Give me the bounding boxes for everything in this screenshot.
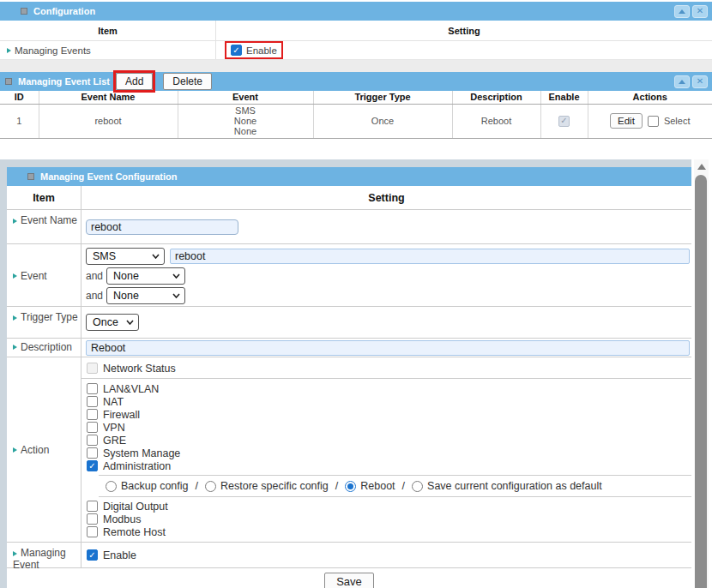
event-list-table: ID Event Name Event Trigger Type Descrip… — [0, 91, 712, 139]
item-arrow-icon — [13, 551, 17, 556]
lan-vlan-label: LAN&VLAN — [103, 383, 159, 395]
item-arrow-icon — [13, 345, 17, 350]
item-arrow-icon — [13, 219, 17, 224]
administration-options-row: Backup config / Restore specific config … — [99, 475, 691, 497]
managing-event-enable-checkbox[interactable] — [87, 549, 98, 561]
row-trigger-type: Trigger Type Once — [7, 307, 691, 339]
setting-column-header: Setting — [81, 186, 691, 209]
restore-specific-config-radio[interactable] — [205, 481, 216, 492]
chevron-down-icon — [172, 273, 180, 279]
digital-output-checkbox[interactable] — [87, 501, 98, 512]
managing-event-configuration-title: Managing Event Configuration — [40, 171, 178, 182]
event-type-select-2[interactable]: None — [106, 267, 185, 285]
managing-events-enable-checkbox[interactable] — [231, 45, 242, 56]
configuration-panel-title: Configuration — [33, 6, 95, 16]
select-checkbox[interactable] — [648, 116, 659, 127]
description-input[interactable] — [86, 340, 690, 356]
gre-label: GRE — [103, 435, 126, 447]
modbus-checkbox[interactable] — [87, 513, 98, 525]
col-enable: Enable — [540, 91, 588, 104]
panel-square-icon — [5, 78, 12, 85]
scrollbar-thumb[interactable] — [695, 175, 707, 588]
table-row: 1 reboot SMS None None Once Reboot Edit — [0, 104, 712, 138]
event-configuration-table: Item Setting Event Name Event SMS — [7, 186, 691, 568]
row-enable-checkbox — [558, 116, 570, 127]
managing-event-configuration-frame: Managing Event Configuration Item Settin… — [0, 159, 691, 588]
delete-button[interactable]: Delete — [163, 73, 212, 90]
col-event-name: Event Name — [39, 91, 178, 104]
event-name-label: Event Name — [21, 214, 77, 226]
event-sms-input[interactable] — [170, 249, 690, 264]
configuration-panel-header: Configuration ✕ — [0, 2, 712, 21]
add-button[interactable]: Add — [116, 73, 153, 90]
event-type-select-3[interactable]: None — [106, 287, 185, 304]
col-id: ID — [0, 91, 39, 104]
firewall-checkbox[interactable] — [87, 409, 98, 420]
vertical-scrollbar[interactable] — [694, 159, 709, 588]
close-panel-button[interactable]: ✕ — [692, 5, 708, 18]
col-trigger-type: Trigger Type — [313, 91, 452, 104]
gre-checkbox[interactable] — [87, 435, 98, 446]
modbus-label: Modbus — [103, 513, 141, 525]
event-type-select[interactable]: SMS — [86, 248, 165, 265]
digital-output-label: Digital Output — [103, 501, 168, 513]
collapse-icon — [679, 80, 685, 84]
managing-events-label: Managing Events — [15, 45, 91, 56]
close-icon: ✕ — [697, 77, 703, 86]
highlight-box-add: Add — [113, 70, 155, 93]
configuration-table-header: Item Setting — [0, 21, 712, 41]
managing-event-list-title: Managing Event List — [18, 76, 110, 87]
reboot-radio[interactable] — [345, 481, 356, 492]
vpn-checkbox[interactable] — [87, 422, 98, 433]
managing-event-list-header: Managing Event List Add Delete ✕ — [0, 72, 712, 91]
chevron-down-icon — [152, 254, 160, 259]
managing-events-enable-label: Enable — [246, 45, 277, 56]
row-description: Reboot — [452, 104, 540, 138]
separator: / — [401, 480, 407, 492]
nat-checkbox[interactable] — [87, 396, 98, 407]
managing-events-row: Managing Events Enable — [0, 41, 712, 60]
managing-event-configuration-header: Managing Event Configuration — [7, 167, 691, 186]
administration-checkbox[interactable] — [87, 460, 98, 471]
backup-config-label: Backup config — [121, 480, 189, 492]
restore-specific-config-label: Restore specific config — [220, 480, 329, 492]
edit-button[interactable]: Edit — [610, 113, 643, 129]
config-table-header: Item Setting — [7, 186, 691, 210]
collapse-panel-button[interactable] — [674, 5, 690, 18]
system-manage-label: System Manage — [103, 447, 180, 459]
collapse-icon — [679, 9, 685, 14]
event-name-input[interactable] — [86, 219, 238, 235]
managing-event-list-panel: Managing Event List Add Delete ✕ ID Even… — [0, 72, 712, 139]
item-arrow-icon — [13, 273, 17, 279]
remote-host-label: Remote Host — [103, 526, 166, 538]
row-managing-event: Managing Event Enable — [7, 543, 691, 568]
save-button[interactable]: Save — [324, 573, 374, 588]
backup-config-radio[interactable] — [106, 481, 117, 492]
system-manage-checkbox[interactable] — [87, 447, 98, 459]
trigger-type-label: Trigger Type — [21, 311, 78, 323]
separator: / — [194, 480, 200, 492]
select-label: Select — [664, 116, 691, 126]
close-panel-button[interactable]: ✕ — [692, 75, 708, 88]
row-event-name: reboot — [39, 104, 178, 138]
and-label: and — [86, 290, 101, 302]
panel-gap — [0, 60, 712, 72]
and-label: and — [86, 270, 101, 282]
administration-label: Administration — [103, 460, 171, 472]
chevron-down-icon — [172, 293, 180, 298]
collapse-panel-button[interactable] — [674, 75, 690, 88]
network-status-label: Network Status — [103, 363, 176, 375]
chevron-down-icon — [126, 320, 134, 325]
save-current-config-radio[interactable] — [412, 481, 423, 492]
trigger-type-select[interactable]: Once — [86, 314, 139, 331]
row-event-name: Event Name — [7, 210, 691, 244]
configuration-panel: Configuration ✕ Item Setting Managing Ev… — [0, 2, 712, 60]
item-arrow-icon — [13, 447, 17, 453]
col-event: Event — [178, 91, 313, 104]
nat-label: NAT — [103, 396, 124, 408]
lan-vlan-checkbox[interactable] — [87, 383, 98, 394]
remote-host-checkbox[interactable] — [87, 526, 98, 537]
item-arrow-icon — [7, 48, 11, 53]
row-action: Action Network Status LAN&VLAN NAT Firew… — [7, 357, 691, 543]
scrollbar-up-button[interactable] — [694, 159, 709, 173]
